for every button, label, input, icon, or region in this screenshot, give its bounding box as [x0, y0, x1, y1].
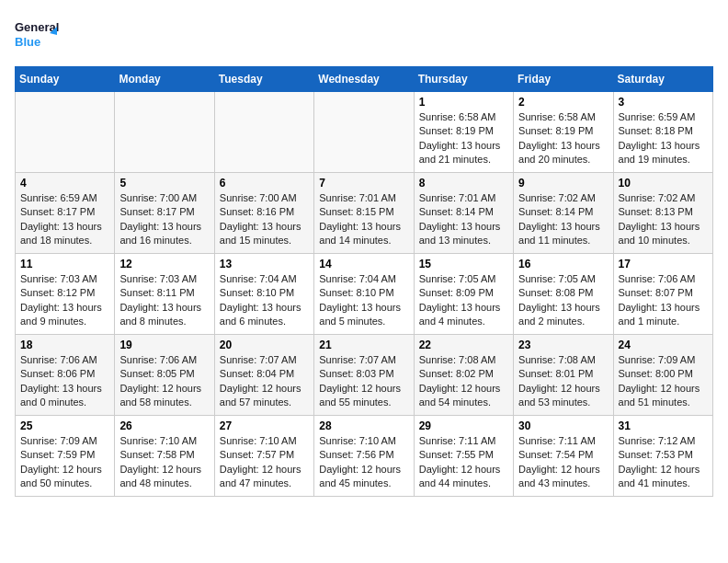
day-number: 7	[319, 177, 408, 190]
day-info: Sunrise: 7:04 AM Sunset: 8:10 PM Dayligh…	[319, 272, 408, 329]
calendar-day-header: Thursday	[414, 67, 513, 92]
calendar-day-cell: 22Sunrise: 7:08 AM Sunset: 8:02 PM Dayli…	[414, 335, 513, 416]
calendar-day-cell: 31Sunrise: 7:12 AM Sunset: 7:53 PM Dayli…	[613, 416, 712, 497]
calendar-day-cell: 4Sunrise: 6:59 AM Sunset: 8:17 PM Daylig…	[16, 173, 115, 254]
calendar-day-cell: 16Sunrise: 7:05 AM Sunset: 8:08 PM Dayli…	[514, 254, 613, 335]
day-number: 20	[220, 339, 309, 351]
day-number: 6	[220, 177, 309, 190]
day-info: Sunrise: 7:01 AM Sunset: 8:14 PM Dayligh…	[419, 191, 508, 248]
calendar-day-cell: 27Sunrise: 7:10 AM Sunset: 7:57 PM Dayli…	[214, 416, 313, 497]
day-number: 28	[319, 419, 408, 432]
day-number: 23	[518, 339, 608, 351]
day-info: Sunrise: 7:04 AM Sunset: 8:10 PM Dayligh…	[220, 272, 309, 329]
day-number: 27	[220, 419, 309, 432]
day-number: 25	[20, 419, 109, 432]
day-info: Sunrise: 7:00 AM Sunset: 8:17 PM Dayligh…	[119, 191, 209, 248]
calendar-week-row: 4Sunrise: 6:59 AM Sunset: 8:17 PM Daylig…	[16, 173, 713, 254]
day-info: Sunrise: 7:08 AM Sunset: 8:02 PM Dayligh…	[419, 353, 508, 410]
calendar-day-cell	[214, 92, 313, 173]
calendar-day-cell: 12Sunrise: 7:03 AM Sunset: 8:11 PM Dayli…	[115, 254, 214, 335]
day-number: 16	[518, 258, 608, 270]
calendar-day-cell: 7Sunrise: 7:01 AM Sunset: 8:15 PM Daylig…	[314, 173, 414, 254]
day-info: Sunrise: 7:07 AM Sunset: 8:03 PM Dayligh…	[319, 353, 408, 410]
day-info: Sunrise: 7:06 AM Sunset: 8:07 PM Dayligh…	[619, 272, 708, 329]
day-number: 4	[20, 177, 109, 190]
day-number: 14	[319, 258, 408, 270]
calendar-day-cell: 28Sunrise: 7:10 AM Sunset: 7:56 PM Dayli…	[314, 416, 414, 497]
calendar-table: SundayMondayTuesdayWednesdayThursdayFrid…	[15, 66, 713, 497]
calendar-day-cell: 19Sunrise: 7:06 AM Sunset: 8:05 PM Dayli…	[115, 335, 214, 416]
day-info: Sunrise: 7:00 AM Sunset: 8:16 PM Dayligh…	[220, 191, 309, 248]
day-number: 22	[419, 339, 508, 351]
day-number: 11	[20, 258, 109, 270]
day-number: 13	[220, 258, 309, 270]
calendar-day-cell: 1Sunrise: 6:58 AM Sunset: 8:19 PM Daylig…	[414, 92, 513, 173]
calendar-week-row: 18Sunrise: 7:06 AM Sunset: 8:06 PM Dayli…	[16, 335, 713, 416]
day-info: Sunrise: 7:11 AM Sunset: 7:54 PM Dayligh…	[518, 434, 608, 491]
svg-text:Blue: Blue	[15, 35, 40, 49]
calendar-day-cell: 8Sunrise: 7:01 AM Sunset: 8:14 PM Daylig…	[414, 173, 513, 254]
day-number: 19	[119, 339, 209, 351]
calendar-day-cell: 15Sunrise: 7:05 AM Sunset: 8:09 PM Dayli…	[414, 254, 513, 335]
calendar-day-header: Wednesday	[314, 67, 414, 92]
day-info: Sunrise: 7:11 AM Sunset: 7:55 PM Dayligh…	[419, 434, 508, 491]
calendar-day-cell: 25Sunrise: 7:09 AM Sunset: 7:59 PM Dayli…	[16, 416, 115, 497]
day-info: Sunrise: 7:10 AM Sunset: 7:56 PM Dayligh…	[319, 434, 408, 491]
calendar-day-cell: 3Sunrise: 6:59 AM Sunset: 8:18 PM Daylig…	[613, 92, 712, 173]
day-number: 31	[619, 419, 708, 432]
day-number: 21	[319, 339, 408, 351]
calendar-day-cell: 13Sunrise: 7:04 AM Sunset: 8:10 PM Dayli…	[214, 254, 313, 335]
day-number: 15	[419, 258, 508, 270]
calendar-day-cell: 26Sunrise: 7:10 AM Sunset: 7:58 PM Dayli…	[115, 416, 214, 497]
day-info: Sunrise: 6:59 AM Sunset: 8:17 PM Dayligh…	[20, 191, 109, 248]
day-number: 9	[518, 177, 608, 190]
calendar-day-cell: 5Sunrise: 7:00 AM Sunset: 8:17 PM Daylig…	[115, 173, 214, 254]
day-info: Sunrise: 7:06 AM Sunset: 8:05 PM Dayligh…	[119, 353, 209, 410]
calendar-day-cell: 29Sunrise: 7:11 AM Sunset: 7:55 PM Dayli…	[414, 416, 513, 497]
day-info: Sunrise: 7:01 AM Sunset: 8:15 PM Dayligh…	[319, 191, 408, 248]
calendar-day-cell: 6Sunrise: 7:00 AM Sunset: 8:16 PM Daylig…	[214, 173, 313, 254]
calendar-day-cell: 14Sunrise: 7:04 AM Sunset: 8:10 PM Dayli…	[314, 254, 414, 335]
calendar-day-cell: 20Sunrise: 7:07 AM Sunset: 8:04 PM Dayli…	[214, 335, 313, 416]
day-info: Sunrise: 7:03 AM Sunset: 8:11 PM Dayligh…	[119, 272, 209, 329]
day-number: 30	[518, 419, 608, 432]
day-info: Sunrise: 7:02 AM Sunset: 8:13 PM Dayligh…	[619, 191, 708, 248]
calendar-day-header: Tuesday	[214, 67, 313, 92]
day-info: Sunrise: 7:05 AM Sunset: 8:08 PM Dayligh…	[518, 272, 608, 329]
day-info: Sunrise: 6:59 AM Sunset: 8:18 PM Dayligh…	[619, 110, 708, 167]
day-number: 17	[619, 258, 708, 270]
day-number: 5	[119, 177, 209, 190]
day-info: Sunrise: 7:10 AM Sunset: 7:57 PM Dayligh…	[220, 434, 309, 491]
calendar-day-cell	[16, 92, 115, 173]
calendar-body: 1Sunrise: 6:58 AM Sunset: 8:19 PM Daylig…	[16, 92, 713, 497]
calendar-header-row: SundayMondayTuesdayWednesdayThursdayFrid…	[16, 67, 713, 92]
calendar-week-row: 1Sunrise: 6:58 AM Sunset: 8:19 PM Daylig…	[16, 92, 713, 173]
calendar-week-row: 25Sunrise: 7:09 AM Sunset: 7:59 PM Dayli…	[16, 416, 713, 497]
day-number: 24	[619, 339, 708, 351]
day-info: Sunrise: 7:09 AM Sunset: 7:59 PM Dayligh…	[20, 434, 109, 491]
day-info: Sunrise: 6:58 AM Sunset: 8:19 PM Dayligh…	[419, 110, 508, 167]
day-number: 8	[419, 177, 508, 190]
day-number: 2	[518, 96, 608, 109]
calendar-day-cell: 17Sunrise: 7:06 AM Sunset: 8:07 PM Dayli…	[613, 254, 712, 335]
day-info: Sunrise: 7:09 AM Sunset: 8:00 PM Dayligh…	[619, 353, 708, 410]
calendar-day-header: Friday	[514, 67, 613, 92]
header: General Blue	[15, 15, 713, 55]
calendar-day-cell: 9Sunrise: 7:02 AM Sunset: 8:14 PM Daylig…	[514, 173, 613, 254]
day-number: 26	[119, 419, 209, 432]
calendar-day-cell: 24Sunrise: 7:09 AM Sunset: 8:00 PM Dayli…	[613, 335, 712, 416]
day-number: 18	[20, 339, 109, 351]
calendar-day-cell: 11Sunrise: 7:03 AM Sunset: 8:12 PM Dayli…	[16, 254, 115, 335]
day-info: Sunrise: 7:10 AM Sunset: 7:58 PM Dayligh…	[119, 434, 209, 491]
day-info: Sunrise: 7:03 AM Sunset: 8:12 PM Dayligh…	[20, 272, 109, 329]
day-number: 3	[619, 96, 708, 109]
day-info: Sunrise: 6:58 AM Sunset: 8:19 PM Dayligh…	[518, 110, 608, 167]
day-info: Sunrise: 7:07 AM Sunset: 8:04 PM Dayligh…	[220, 353, 309, 410]
day-info: Sunrise: 7:08 AM Sunset: 8:01 PM Dayligh…	[518, 353, 608, 410]
day-number: 10	[619, 177, 708, 190]
day-info: Sunrise: 7:02 AM Sunset: 8:14 PM Dayligh…	[518, 191, 608, 248]
calendar-day-cell	[115, 92, 214, 173]
calendar-day-cell: 2Sunrise: 6:58 AM Sunset: 8:19 PM Daylig…	[514, 92, 613, 173]
day-number: 29	[419, 419, 508, 432]
calendar-day-cell: 23Sunrise: 7:08 AM Sunset: 8:01 PM Dayli…	[514, 335, 613, 416]
